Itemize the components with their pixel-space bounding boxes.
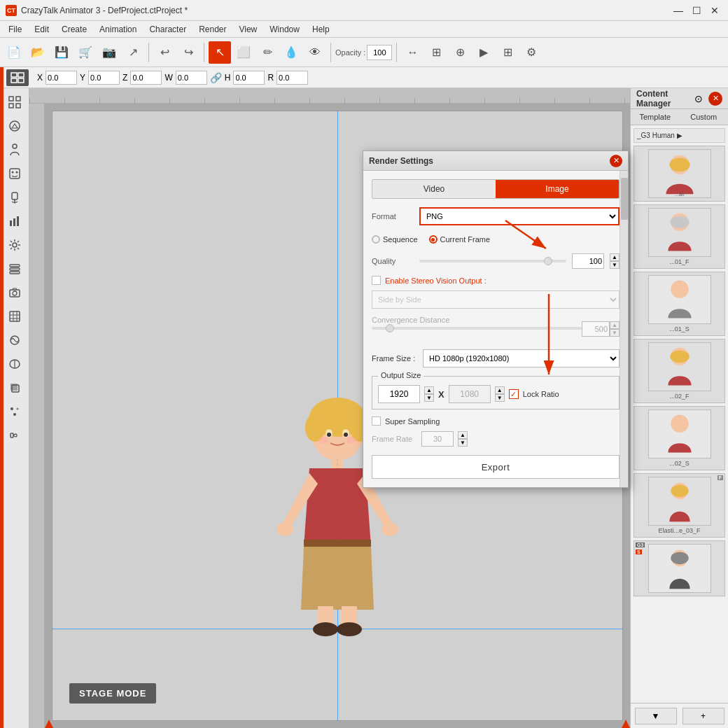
fr-up[interactable]: ▲: [458, 431, 468, 439]
content-item-2[interactable]: ...01_F: [634, 204, 725, 269]
play-button[interactable]: ▶: [472, 41, 495, 64]
content-item-1[interactable]: ...an: [634, 146, 725, 202]
g3-human-item[interactable]: _G3 Human ▶: [634, 128, 725, 143]
menu-animation[interactable]: Animation: [94, 23, 142, 36]
capture-button[interactable]: 📷: [98, 41, 120, 64]
audio-button[interactable]: [4, 424, 26, 447]
current-frame-option[interactable]: Current Frame: [429, 235, 491, 244]
content-item-elastic[interactable]: F Elasti...e_03_F: [634, 473, 725, 538]
h-input[interactable]: [233, 71, 265, 85]
chart-button[interactable]: [4, 210, 26, 232]
body-button[interactable]: [4, 186, 26, 209]
shadow-button[interactable]: [4, 377, 26, 399]
fit-button[interactable]: ⊞: [425, 41, 447, 64]
dialog-close-button[interactable]: ✕: [610, 155, 622, 167]
camera-button[interactable]: [4, 281, 26, 304]
transform-button[interactable]: ⬜: [232, 41, 255, 64]
width-up[interactable]: ▲: [424, 386, 434, 394]
super-sampling-checkbox[interactable]: [372, 416, 381, 426]
quality-slider[interactable]: [419, 260, 566, 262]
opacity-input[interactable]: [367, 45, 392, 60]
settings-button[interactable]: ⚙: [520, 41, 542, 64]
panel-close-button[interactable]: ✕: [708, 92, 722, 106]
quality-knob[interactable]: [544, 257, 552, 265]
close-button[interactable]: ✕: [707, 3, 722, 18]
scroll-thumb[interactable]: [621, 178, 628, 220]
panel-add-button[interactable]: +: [682, 708, 724, 724]
save-button[interactable]: 💾: [50, 41, 73, 64]
current-frame-radio[interactable]: [429, 235, 438, 244]
width-input[interactable]: [378, 385, 420, 403]
stereo-select[interactable]: Side by Side: [372, 290, 620, 309]
dialog-scrollbar[interactable]: [620, 171, 628, 487]
grid-button[interactable]: ⊞: [496, 41, 519, 64]
panel-down-button[interactable]: ▼: [635, 708, 677, 724]
render-settings-dialog[interactable]: Render Settings ✕ Video Image Format PNG…: [363, 150, 629, 488]
template-tab[interactable]: Template: [631, 109, 680, 125]
export-button[interactable]: Export: [372, 455, 620, 479]
sequence-option[interactable]: Sequence: [372, 235, 418, 244]
quality-up[interactable]: ▲: [610, 253, 620, 261]
eyedropper-button[interactable]: 💧: [280, 41, 302, 64]
physics-button[interactable]: [4, 329, 26, 351]
width-down[interactable]: ▼: [424, 394, 434, 402]
new-button[interactable]: 📄: [3, 41, 25, 64]
redo-button[interactable]: ↪: [177, 41, 200, 64]
panel-collapse-button[interactable]: ⊙: [692, 92, 706, 106]
content-item-g3s[interactable]: G3 S: [634, 540, 725, 596]
mask-button[interactable]: [4, 353, 26, 375]
z-input[interactable]: [130, 71, 162, 85]
height-up[interactable]: ▲: [495, 386, 505, 394]
minimize-button[interactable]: —: [671, 3, 686, 18]
select-button[interactable]: ↖: [209, 41, 231, 64]
scene-button[interactable]: [4, 115, 26, 137]
face-button[interactable]: [4, 162, 26, 185]
y-input[interactable]: [88, 71, 120, 85]
character-button[interactable]: [4, 139, 26, 161]
custom-tab[interactable]: Custom: [680, 109, 729, 125]
export-button[interactable]: 🛒: [74, 41, 97, 64]
settings2-button[interactable]: [4, 234, 26, 256]
menu-render[interactable]: Render: [193, 23, 232, 36]
lock-ratio-checkbox[interactable]: ✓: [509, 389, 519, 399]
sequence-radio[interactable]: [372, 235, 380, 244]
grid2-button[interactable]: [4, 305, 26, 328]
share-button[interactable]: ↗: [122, 41, 144, 64]
menu-file[interactable]: File: [3, 23, 27, 36]
height-down[interactable]: ▼: [495, 394, 505, 402]
menu-help[interactable]: Help: [307, 23, 335, 36]
menu-edit[interactable]: Edit: [29, 23, 55, 36]
menu-character[interactable]: Character: [144, 23, 192, 36]
r-input[interactable]: [276, 71, 308, 85]
grid-view-button[interactable]: [4, 91, 26, 113]
brush-button[interactable]: ✏: [256, 41, 279, 64]
video-tab[interactable]: Video: [372, 180, 496, 198]
menu-window[interactable]: Window: [264, 23, 305, 36]
w-input[interactable]: [176, 71, 207, 85]
zoom-button[interactable]: ⊕: [449, 41, 471, 64]
content-item-5[interactable]: ...02_S: [634, 406, 725, 470]
quality-input[interactable]: [572, 253, 604, 269]
frame-size-select[interactable]: HD 1080p (1920x1080) HD 720p (1280x720) …: [423, 349, 620, 368]
move-button[interactable]: ↔: [401, 41, 424, 64]
content-item-4[interactable]: ...02_F: [634, 339, 725, 403]
conv-up[interactable]: ▲: [610, 321, 620, 329]
image-tab[interactable]: Image: [496, 180, 619, 198]
convergence-value-input[interactable]: [582, 321, 610, 337]
menu-view[interactable]: View: [233, 23, 262, 36]
stereo-checkbox[interactable]: [372, 276, 381, 285]
visibility-button[interactable]: 👁: [304, 41, 326, 64]
content-item-3[interactable]: ...01_S: [634, 272, 725, 336]
convergence-knob[interactable]: [386, 324, 394, 332]
particles-button[interactable]: [4, 400, 26, 423]
undo-button[interactable]: ↩: [153, 41, 176, 64]
maximize-button[interactable]: ☐: [689, 3, 704, 18]
x-input[interactable]: [46, 71, 77, 85]
layers-button[interactable]: [4, 258, 26, 280]
menu-create[interactable]: Create: [56, 23, 92, 36]
format-select[interactable]: PNG JPG BMP TGA: [419, 207, 620, 225]
conv-down[interactable]: ▼: [610, 329, 620, 337]
open-button[interactable]: 📂: [27, 41, 49, 64]
quality-down[interactable]: ▼: [610, 261, 620, 269]
fr-down[interactable]: ▼: [458, 439, 468, 447]
